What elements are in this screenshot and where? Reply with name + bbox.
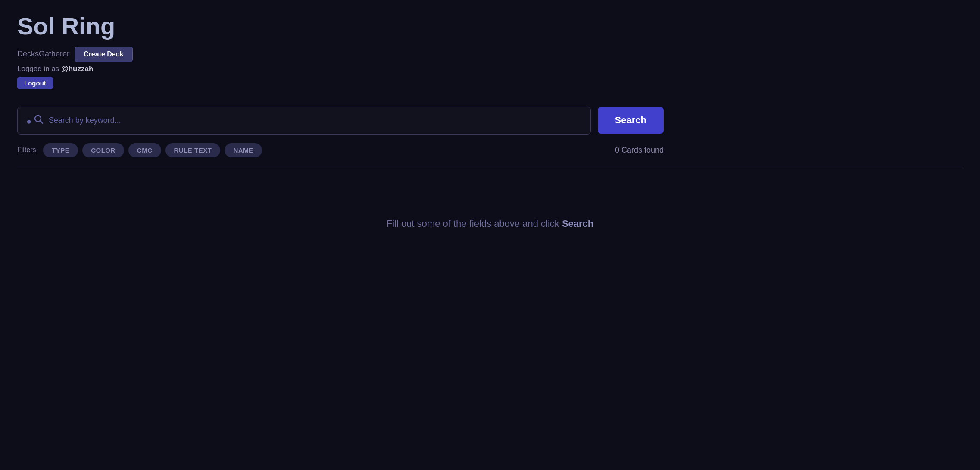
- cards-found: 0 Cards found: [615, 146, 664, 155]
- app-name: DecksGatherer: [17, 50, 69, 59]
- filters-label: Filters:: [17, 146, 38, 154]
- search-button[interactable]: Search: [598, 107, 664, 134]
- filter-chip-cmc[interactable]: CMC: [128, 143, 161, 157]
- username: @huzzah: [61, 65, 93, 73]
- filter-chips: TYPE COLOR CMC RULE TEXT NAME: [43, 143, 610, 157]
- empty-state: Fill out some of the fields above and cl…: [17, 218, 963, 229]
- app-title: Sol Ring: [17, 13, 963, 40]
- search-input[interactable]: [49, 116, 582, 125]
- logged-in-text: Logged in as @huzzah: [17, 65, 963, 73]
- filter-chip-name[interactable]: NAME: [225, 143, 262, 157]
- filters-row: Filters: TYPE COLOR CMC RULE TEXT NAME 0…: [17, 143, 664, 157]
- logout-button[interactable]: Logout: [17, 77, 53, 89]
- filter-chip-type[interactable]: TYPE: [43, 143, 78, 157]
- search-section: ● Search: [17, 107, 664, 135]
- filter-chip-rule-text[interactable]: RULE TEXT: [165, 143, 221, 157]
- filter-chip-color[interactable]: COLOR: [82, 143, 124, 157]
- divider: [17, 166, 963, 166]
- svg-line-1: [40, 121, 43, 123]
- empty-state-text: Fill out some of the fields above and cl…: [387, 218, 594, 229]
- search-input-wrapper: ●: [17, 107, 591, 135]
- search-icon: ●: [26, 115, 44, 126]
- create-deck-button[interactable]: Create Deck: [75, 47, 133, 62]
